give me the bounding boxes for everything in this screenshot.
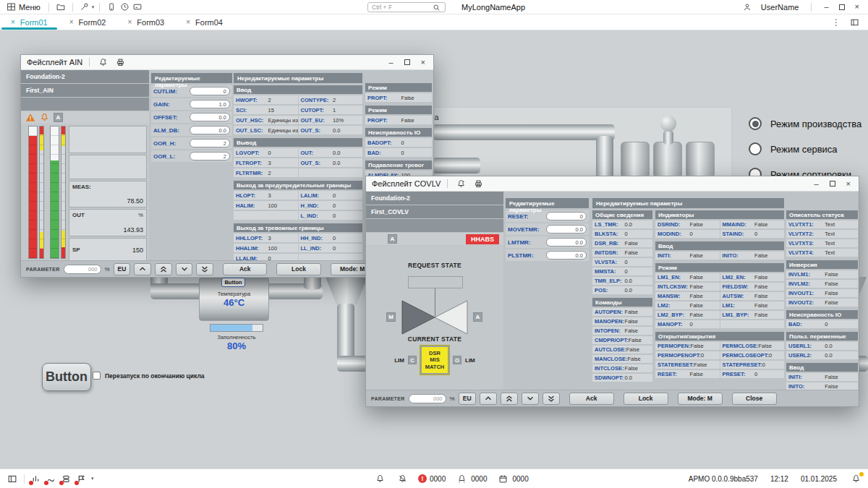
fast-down-button[interactable] <box>542 393 560 405</box>
mode-button[interactable]: Mode: M <box>678 393 723 405</box>
radio-mode-production[interactable]: Режим производства <box>749 117 861 130</box>
search-input[interactable] <box>372 4 430 11</box>
chevron-down-icon[interactable]: ▾ <box>91 476 94 481</box>
tab-label[interactable]: Form02 <box>79 18 106 27</box>
menu-grid-icon[interactable] <box>4 1 17 12</box>
tab-form01[interactable]: ×Form01 <box>0 14 59 30</box>
alarm-counter[interactable]: 0000 <box>455 473 487 484</box>
alarm-settings-icon[interactable] <box>454 178 467 189</box>
user-icon[interactable] <box>741 1 754 12</box>
restart-checkbox-label[interactable]: Перезапуск по окончанию цикла <box>105 372 205 380</box>
param-input[interactable] <box>546 212 587 221</box>
device-icon[interactable] <box>105 1 118 12</box>
lock-button[interactable]: Lock <box>624 393 668 405</box>
device-status-icon-3[interactable] <box>60 473 72 484</box>
eu-button[interactable]: EU <box>114 263 131 275</box>
eu-button[interactable]: EU <box>459 393 476 405</box>
close-button[interactable]: Close <box>732 393 777 405</box>
bell-muted-icon[interactable] <box>396 473 409 484</box>
lock-button[interactable]: Lock <box>276 263 320 275</box>
app-minimize-button[interactable]: – <box>824 3 828 11</box>
menu-label[interactable]: Меню <box>19 3 41 12</box>
ain-title-bar[interactable]: Фейсплейт AIN – × <box>21 55 433 70</box>
tab-label[interactable]: Form01 <box>20 18 48 27</box>
notifications-icon[interactable] <box>849 473 862 484</box>
device-status-icon-2[interactable] <box>45 473 57 484</box>
param-input[interactable] <box>190 113 230 121</box>
restart-checkbox[interactable] <box>93 372 101 380</box>
ack-button[interactable]: Ack <box>569 393 614 405</box>
step-up-button[interactable] <box>134 263 151 275</box>
tab-label[interactable]: Form04 <box>195 18 223 27</box>
tab-close-icon[interactable]: × <box>128 18 132 26</box>
user-name[interactable]: UserName <box>761 3 799 12</box>
folder-icon[interactable] <box>54 1 67 12</box>
param-input[interactable] <box>190 152 230 160</box>
window-close-button[interactable]: × <box>846 180 851 188</box>
param-value: 0 <box>754 231 757 237</box>
app-close-button[interactable]: × <box>855 3 859 11</box>
tab-overflow-menu-icon[interactable]: ⋮ <box>832 17 841 27</box>
scene-button[interactable]: Button <box>42 363 91 391</box>
ack-button[interactable]: Ack <box>223 263 267 275</box>
param-input[interactable] <box>190 139 230 147</box>
tab-close-icon[interactable]: × <box>186 18 190 26</box>
param-value: 0.0 <box>333 160 340 166</box>
wrench-icon[interactable] <box>78 1 91 12</box>
valve-symbol <box>399 299 470 336</box>
alert-counter[interactable]: !0000 <box>418 474 446 483</box>
param-input[interactable] <box>190 87 230 95</box>
fast-up-button[interactable] <box>155 263 172 275</box>
display-icon[interactable] <box>131 1 144 12</box>
event-counter[interactable]: 0000 <box>497 473 529 484</box>
tab-close-icon[interactable]: × <box>69 18 74 26</box>
device-status-icon-4[interactable] <box>75 473 88 484</box>
bell-icon[interactable] <box>373 473 386 484</box>
window-minimize-button[interactable]: – <box>814 180 818 188</box>
parameter-input[interactable] <box>409 394 446 403</box>
tab-form04[interactable]: ×Form04 <box>175 14 234 30</box>
tab-label[interactable]: Form03 <box>137 18 164 27</box>
device-status-icon-1[interactable] <box>30 473 42 484</box>
param-input[interactable] <box>546 225 587 234</box>
radio-icon[interactable] <box>749 117 762 130</box>
radio-mode-service[interactable]: Режим сервиса <box>749 142 861 155</box>
covlv-title-bar[interactable]: Фейсплейт COVLV – × <box>366 176 859 192</box>
clock-icon[interactable] <box>118 1 131 12</box>
param-input[interactable] <box>546 251 587 260</box>
param-input[interactable] <box>546 238 587 247</box>
vessel-button[interactable]: Button <box>221 278 245 287</box>
step-up-button[interactable] <box>480 393 497 405</box>
radio-icon[interactable] <box>749 142 762 155</box>
alarm-clock-icon <box>455 473 468 484</box>
window-minimize-button[interactable]: – <box>388 59 393 67</box>
print-icon[interactable] <box>114 56 127 68</box>
app-maximize-button[interactable] <box>839 4 845 10</box>
search-icon[interactable] <box>430 2 443 13</box>
panel-toggle-icon[interactable] <box>6 473 19 484</box>
window-maximize-button[interactable] <box>830 181 835 187</box>
step-down-button[interactable] <box>522 393 539 405</box>
pv-bar <box>28 126 38 259</box>
global-search[interactable] <box>367 2 446 12</box>
window-close-button[interactable]: × <box>421 59 425 67</box>
radio-label[interactable]: Режим сервиса <box>770 144 838 155</box>
step-down-button[interactable] <box>176 263 193 275</box>
tab-panel-icon[interactable] <box>848 17 861 28</box>
chevron-down-icon[interactable]: ▾ <box>92 4 95 10</box>
alarm-settings-icon[interactable] <box>96 56 109 68</box>
param-cell: PROPT:False <box>365 116 432 124</box>
divider <box>72 3 73 12</box>
tab-close-icon[interactable]: × <box>11 18 15 26</box>
window-maximize-button[interactable] <box>404 59 410 65</box>
param-input[interactable] <box>190 126 230 134</box>
radio-label[interactable]: Режим производства <box>770 119 861 129</box>
fast-up-button[interactable] <box>501 393 518 405</box>
print-icon[interactable] <box>472 178 485 189</box>
tab-form02[interactable]: ×Form02 <box>59 14 117 30</box>
tag-name-row: First_AIN <box>21 84 149 97</box>
tab-form03[interactable]: ×Form03 <box>117 14 176 30</box>
param-input[interactable] <box>190 100 230 108</box>
parameter-input[interactable] <box>64 265 101 274</box>
fast-down-button[interactable] <box>196 263 213 275</box>
